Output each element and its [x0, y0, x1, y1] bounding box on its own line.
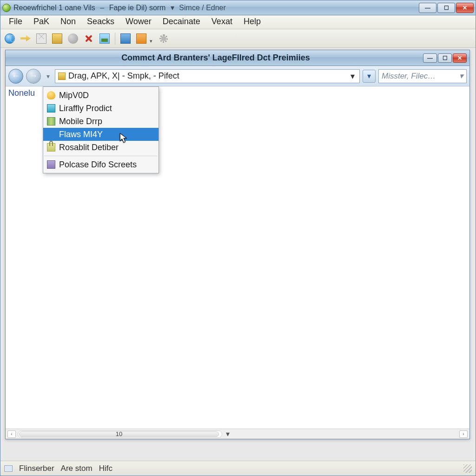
dd-item-liraffly[interactable]: Liraffly Prodict — [43, 102, 159, 115]
inner-window: Commct Ard Branters' LageFllred Dct Prei… — [5, 50, 470, 439]
scroll-right-button[interactable]: › — [459, 430, 468, 438]
menu-pak[interactable]: PaK — [28, 15, 55, 29]
search-placeholder: Misster, Filec… — [382, 72, 436, 81]
tb-grid-button[interactable] — [119, 32, 132, 45]
dd-item-flaws[interactable]: Flaws MI4Y — [43, 128, 159, 141]
menu-vexat[interactable]: Vexat — [206, 15, 238, 29]
grid-icon — [120, 33, 131, 44]
search-input[interactable]: Misster, Filec… ▾ — [378, 69, 467, 83]
menu-decainate[interactable]: Decainate — [157, 15, 206, 29]
blank-icon — [47, 130, 55, 139]
status-icon — [4, 465, 13, 472]
dropdown-separator — [44, 156, 158, 156]
sidebar-label[interactable]: Nonelu — [8, 88, 35, 98]
dropdown-menu: MipV0D Liraffly Prodict Mobile Drrp Flaw… — [43, 86, 159, 173]
key-icon — [20, 33, 31, 44]
menu-file[interactable]: File — [3, 15, 28, 29]
maximize-button[interactable]: ☐ — [437, 3, 455, 13]
outer-titlebar[interactable]: Reoewfrichel 1 oane Vils – Fape ie Dil) … — [0, 0, 476, 15]
content-area: Nonelu MipV0D Liraffly Prodict Mobile Dr… — [6, 86, 469, 429]
status-mid: Are stom — [61, 464, 93, 473]
dd-item-polcase[interactable]: Polcase Difo Screets — [43, 158, 159, 171]
statusbar: Flinserber Are stom Hifc — [0, 461, 476, 476]
scroll-thumb[interactable]: 10 — [19, 431, 219, 437]
tb-key-button[interactable] — [19, 32, 32, 45]
nav-row: ← → ▾ Drag, APK, X| - Smpk, - Pifect ▾ ▾… — [6, 66, 469, 86]
scroll-left-button[interactable]: ‹ — [7, 430, 16, 438]
x-icon — [84, 33, 94, 44]
address-text: Drag, APK, X| - Smpk, - Pifect — [68, 71, 179, 81]
globe-icon — [5, 33, 15, 44]
tb-delete-button[interactable] — [82, 32, 95, 45]
inner-title: Commct Ard Branters' LageFllred Dct Prei… — [8, 53, 423, 63]
resize-grip-icon[interactable] — [463, 464, 472, 473]
window-controls: — ☐ ✕ — [419, 3, 474, 13]
tb-mail-button[interactable] — [35, 32, 48, 45]
horizontal-scrollbar[interactable]: ‹ 10 ▾ › — [6, 429, 469, 439]
minimize-button[interactable]: — — [419, 3, 436, 13]
picture-icon — [99, 33, 110, 44]
tb-brush-button[interactable] — [66, 32, 79, 45]
inner-maximize-button[interactable]: ☐ — [438, 53, 452, 63]
mail-icon — [36, 33, 46, 44]
folder-icon — [47, 104, 55, 112]
search-caret[interactable]: ▾ — [459, 71, 463, 81]
brush-icon — [68, 33, 78, 44]
inner-close-button[interactable]: ✕ — [453, 53, 467, 63]
orange-square-icon — [136, 33, 146, 44]
app-icon — [2, 4, 11, 12]
toolbar — [0, 29, 476, 48]
address-caret[interactable]: ▾ — [349, 71, 357, 81]
menu-non[interactable]: Non — [55, 15, 81, 29]
book-icon — [52, 33, 62, 44]
toolbar-separator — [115, 33, 115, 45]
map-icon — [47, 117, 55, 126]
menu-wower[interactable]: Wower — [120, 15, 157, 29]
menu-help[interactable]: Help — [238, 15, 266, 29]
dd-item-mobile[interactable]: Mobile Drrp — [43, 115, 159, 128]
status-right: Hifc — [99, 464, 112, 473]
nav-history-caret[interactable]: ▾ — [44, 73, 52, 80]
address-bar[interactable]: Drag, APK, X| - Smpk, - Pifect ▾ — [55, 69, 360, 83]
menubar: File PaK Non Seacks Wower Decainate Vexa… — [0, 15, 476, 29]
gear-icon — [159, 33, 169, 44]
inner-titlebar[interactable]: Commct Ard Branters' LageFllred Dct Prei… — [6, 50, 469, 66]
outer-window: Reoewfrichel 1 oane Vils – Fape ie Dil) … — [0, 0, 476, 476]
nav-back-button[interactable]: ← — [8, 69, 23, 84]
lock-icon — [47, 143, 55, 152]
box-icon — [47, 160, 55, 169]
tb-gear-button[interactable] — [157, 32, 170, 45]
inner-minimize-button[interactable]: — — [423, 53, 437, 63]
tb-globe-button[interactable] — [3, 32, 16, 45]
refresh-button[interactable]: ▾ — [363, 70, 376, 83]
bell-icon — [47, 91, 55, 99]
tb-picture-button[interactable] — [98, 32, 111, 45]
dd-item-rosablit[interactable]: Rosablit Detiber — [43, 141, 159, 154]
tb-orange-button[interactable] — [135, 32, 148, 45]
window-title: Reoewfrichel 1 oane Vils – Fape ie Dil) … — [13, 3, 226, 12]
tb-dropdown-caret[interactable] — [150, 36, 154, 41]
close-button[interactable]: ✕ — [456, 3, 474, 13]
status-left: Flinserber — [19, 464, 54, 473]
address-icon — [58, 73, 66, 80]
nav-forward-button[interactable]: → — [26, 69, 41, 84]
tb-book-button[interactable] — [51, 32, 64, 45]
dd-item-mipvod[interactable]: MipV0D — [43, 89, 159, 102]
scroll-caret[interactable]: ▾ — [224, 430, 231, 438]
menu-seacks[interactable]: Seacks — [81, 15, 120, 29]
scroll-track[interactable]: 10 — [18, 430, 222, 438]
